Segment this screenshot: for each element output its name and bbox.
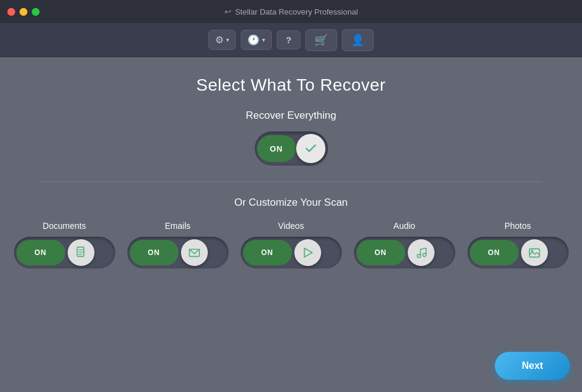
main-content: Select What To Recover Recover Everythin…	[0, 57, 582, 392]
checkmark-icon	[304, 142, 318, 155]
recover-section: Recover Everything ON	[246, 110, 336, 166]
email-icon	[188, 246, 201, 259]
window-controls	[7, 8, 40, 16]
settings-button[interactable]: ⚙ ▾	[208, 30, 236, 50]
user-button[interactable]: 👤	[342, 29, 374, 51]
next-button-container: Next	[495, 352, 570, 380]
cart-button[interactable]: 🛒	[305, 29, 337, 51]
category-videos-label: Videos	[278, 221, 304, 231]
category-audio: Audio ON	[354, 221, 455, 268]
emails-toggle[interactable]: ON	[127, 237, 229, 268]
category-emails-label: Emails	[165, 221, 190, 231]
videos-thumb	[294, 239, 321, 266]
category-videos: Videos ON	[241, 221, 342, 268]
audio-thumb	[408, 239, 435, 266]
customize-label: Or Customize Your Scan	[234, 197, 347, 209]
photos-toggle[interactable]: ON	[467, 237, 569, 268]
minimize-button[interactable]	[20, 8, 27, 16]
toggle-on-label: ON	[257, 135, 296, 162]
customize-section: Or Customize Your Scan Documents ON	[40, 197, 542, 268]
photos-thumb	[521, 239, 548, 266]
category-photos-label: Photos	[505, 221, 531, 231]
maximize-button[interactable]	[32, 8, 40, 16]
audio-icon	[414, 246, 428, 259]
toggle-thumb	[296, 134, 325, 163]
svg-marker-5	[304, 248, 312, 257]
app-title-area: ↩ Stellar Data Recovery Professional	[224, 7, 358, 16]
user-icon: 👤	[351, 33, 364, 47]
svg-line-10	[421, 248, 426, 250]
photo-icon	[528, 246, 541, 259]
emails-on-label: ON	[130, 240, 179, 265]
page-title: Select What To Recover	[196, 75, 386, 95]
documents-thumb	[68, 239, 94, 266]
audio-on-label: ON	[357, 240, 405, 265]
svg-point-12	[531, 250, 533, 252]
next-button[interactable]: Next	[495, 352, 570, 380]
videos-on-label: ON	[243, 240, 292, 265]
title-bar: ↩ Stellar Data Recovery Professional	[0, 0, 582, 23]
settings-dropdown-icon: ▾	[226, 37, 229, 43]
videos-toggle[interactable]: ON	[241, 237, 342, 268]
categories-container: Documents ON Emails	[40, 221, 542, 268]
history-dropdown-icon: ▾	[262, 37, 265, 43]
recover-toggle[interactable]: ON	[255, 131, 328, 166]
category-emails: Emails ON	[127, 221, 229, 268]
documents-on-label: ON	[16, 240, 65, 265]
toolbar: ⚙ ▾ 🕐 ▾ ? 🛒 👤	[0, 23, 582, 57]
cart-icon: 🛒	[314, 33, 328, 47]
svg-point-7	[422, 253, 426, 257]
close-button[interactable]	[7, 8, 15, 16]
settings-icon: ⚙	[215, 34, 224, 46]
help-button[interactable]: ?	[277, 30, 300, 49]
document-icon	[74, 246, 88, 259]
help-icon: ?	[286, 35, 291, 45]
category-documents: Documents ON	[14, 221, 115, 268]
documents-toggle[interactable]: ON	[14, 237, 115, 268]
category-photos: Photos ON	[467, 221, 569, 268]
app-title: Stellar Data Recovery Professional	[235, 7, 358, 16]
category-audio-label: Audio	[394, 221, 416, 231]
divider	[40, 181, 542, 182]
back-icon: ↩	[224, 7, 232, 16]
video-icon	[301, 246, 314, 259]
svg-point-6	[417, 254, 421, 258]
category-documents-label: Documents	[43, 221, 86, 231]
recover-label: Recover Everything	[246, 110, 336, 122]
emails-thumb	[181, 239, 208, 266]
history-icon: 🕐	[247, 34, 260, 46]
photos-on-label: ON	[470, 240, 519, 265]
history-button[interactable]: 🕐 ▾	[241, 30, 272, 50]
audio-toggle[interactable]: ON	[354, 237, 455, 268]
